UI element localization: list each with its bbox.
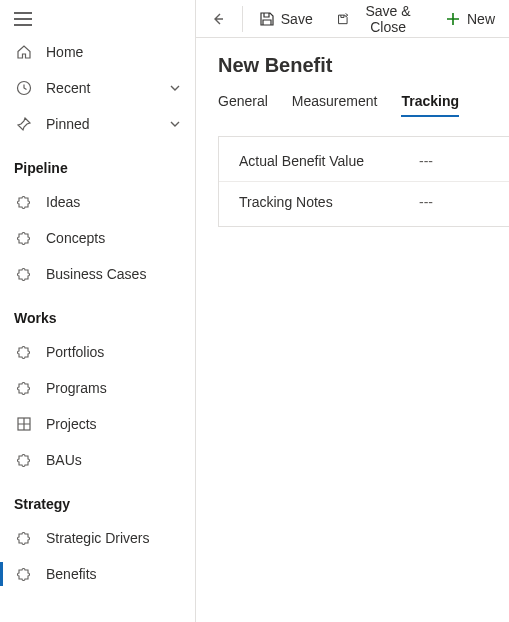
sidebar-item-portfolios[interactable]: Portfolios: [0, 334, 195, 370]
save-close-icon: [337, 11, 349, 27]
toolbar-separator: [242, 6, 243, 32]
arrow-left-icon: [210, 11, 226, 27]
sidebar-item-programs[interactable]: Programs: [0, 370, 195, 406]
sidebar-item-pinned[interactable]: Pinned: [0, 106, 195, 142]
field-actual-benefit-value[interactable]: Actual Benefit Value ---: [219, 141, 509, 182]
pin-icon: [14, 116, 34, 132]
page-title: New Benefit: [196, 38, 509, 87]
puzzle-icon: [14, 266, 34, 282]
tab-general[interactable]: General: [218, 87, 268, 117]
save-icon: [259, 11, 275, 27]
sidebar-item-recent[interactable]: Recent: [0, 70, 195, 106]
puzzle-icon: [14, 380, 34, 396]
sidebar-item-label: Home: [46, 44, 181, 60]
field-value: ---: [419, 194, 433, 210]
new-button[interactable]: New: [435, 5, 505, 33]
sidebar-item-label: BAUs: [46, 452, 181, 468]
sidebar-item-business-cases[interactable]: Business Cases: [0, 256, 195, 292]
sidebar-item-label: Ideas: [46, 194, 181, 210]
puzzle-icon: [14, 230, 34, 246]
sidebar-item-label: Programs: [46, 380, 181, 396]
sidebar-item-ideas[interactable]: Ideas: [0, 184, 195, 220]
field-label: Actual Benefit Value: [239, 153, 419, 169]
sidebar-item-home[interactable]: Home: [0, 34, 195, 70]
home-icon: [14, 44, 34, 60]
clock-icon: [14, 80, 34, 96]
sidebar-item-label: Recent: [46, 80, 169, 96]
sidebar-item-strategic-drivers[interactable]: Strategic Drivers: [0, 520, 195, 556]
puzzle-icon: [14, 530, 34, 546]
save-close-button-label: Save & Close: [355, 3, 421, 35]
sidebar-item-label: Benefits: [46, 566, 181, 582]
sidebar-item-benefits[interactable]: Benefits: [0, 556, 195, 592]
sidebar-item-label: Pinned: [46, 116, 169, 132]
puzzle-icon: [14, 344, 34, 360]
sidebar-item-label: Concepts: [46, 230, 181, 246]
main-content: Save Save & Close New New Benefit Genera…: [196, 0, 509, 622]
save-button[interactable]: Save: [249, 5, 323, 33]
puzzle-icon: [14, 566, 34, 582]
form-area: Actual Benefit Value --- Tracking Notes …: [218, 136, 509, 227]
menu-icon: [14, 12, 32, 26]
tab-measurement[interactable]: Measurement: [292, 87, 378, 117]
tabs: General Measurement Tracking: [196, 87, 509, 124]
tab-tracking[interactable]: Tracking: [401, 87, 459, 117]
field-tracking-notes[interactable]: Tracking Notes ---: [219, 182, 509, 222]
save-button-label: Save: [281, 11, 313, 27]
sidebar-section-strategy: Strategy: [0, 478, 195, 520]
plus-icon: [445, 11, 461, 27]
puzzle-icon: [14, 452, 34, 468]
sidebar-item-label: Projects: [46, 416, 181, 432]
grid-icon: [14, 416, 34, 432]
sidebar-item-label: Strategic Drivers: [46, 530, 181, 546]
sidebar-section-pipeline: Pipeline: [0, 142, 195, 184]
field-value: ---: [419, 153, 433, 169]
chevron-down-icon: [169, 82, 181, 94]
sidebar-item-baus[interactable]: BAUs: [0, 442, 195, 478]
sidebar-item-concepts[interactable]: Concepts: [0, 220, 195, 256]
puzzle-icon: [14, 194, 34, 210]
hamburger-button[interactable]: [0, 4, 195, 34]
chevron-down-icon: [169, 118, 181, 130]
sidebar: Home Recent Pinned Pipeline Ideas Concep…: [0, 0, 196, 622]
new-button-label: New: [467, 11, 495, 27]
sidebar-item-projects[interactable]: Projects: [0, 406, 195, 442]
sidebar-section-works: Works: [0, 292, 195, 334]
save-close-button[interactable]: Save & Close: [327, 0, 431, 41]
toolbar: Save Save & Close New: [196, 0, 509, 38]
sidebar-item-label: Business Cases: [46, 266, 181, 282]
sidebar-item-label: Portfolios: [46, 344, 181, 360]
field-label: Tracking Notes: [239, 194, 419, 210]
back-button[interactable]: [200, 5, 236, 33]
